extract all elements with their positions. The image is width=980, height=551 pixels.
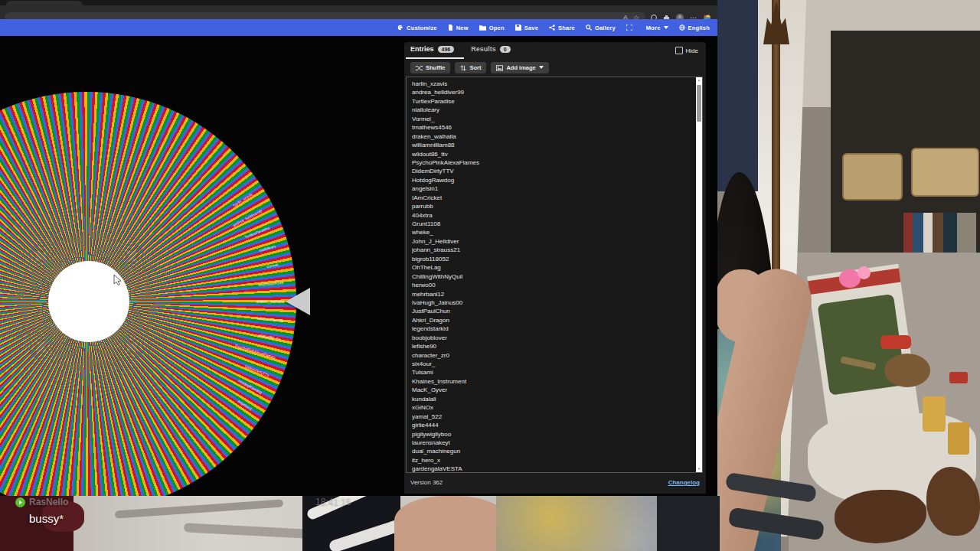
list-item[interactable]: Vormel_ <box>412 115 693 123</box>
fullscreen-icon <box>626 24 632 31</box>
gallery-label: Gallery <box>595 24 616 31</box>
list-item[interactable]: ChillingWithNyQuil <box>412 272 693 281</box>
list-item[interactable]: mehrbani12 <box>412 290 693 298</box>
sort-button[interactable]: Sort <box>455 62 486 73</box>
list-item[interactable]: yamal_522 <box>412 412 693 421</box>
new-label: New <box>456 24 469 31</box>
browser-window: A ☆ ⋯ Customize New <box>0 0 717 496</box>
entries-listbox: harlin_xzavisandrea_helldiver99TurtlexPa… <box>406 77 703 473</box>
tab-entries-label: Entries <box>410 45 434 53</box>
list-item[interactable]: MacK_Gyver <box>412 386 693 394</box>
list-item[interactable]: draken_walhalla <box>412 132 693 141</box>
list-item[interactable]: JustPaulChun <box>412 307 693 315</box>
wicker-basket <box>842 153 903 201</box>
hide-label: Hide <box>686 47 698 54</box>
list-item[interactable]: girlie4444 <box>412 421 693 429</box>
share-button[interactable]: Share <box>549 24 575 31</box>
checkbox-icon <box>675 47 683 54</box>
tab-results-label: Results <box>471 45 496 53</box>
list-item[interactable]: TurtlexParadise <box>412 97 693 106</box>
entries-scrollbar[interactable]: ▲ ▼ <box>696 77 702 472</box>
list-item[interactable]: boobjoblover <box>412 334 693 342</box>
language-button[interactable]: English <box>679 24 710 31</box>
list-item[interactable]: angelsin1 <box>412 184 693 193</box>
list-item[interactable]: pigilywigilyboo <box>412 430 693 439</box>
share-label: Share <box>558 24 575 31</box>
list-item[interactable]: xGiNOx <box>412 403 693 412</box>
share-icon <box>549 24 555 31</box>
list-item[interactable]: John_J_Helldiver <box>412 237 693 246</box>
more-button[interactable]: More <box>646 24 668 31</box>
list-item[interactable]: PsychoPinkAlexaFlames <box>412 158 693 167</box>
shuffle-button[interactable]: Shuffle <box>410 62 450 73</box>
list-item[interactable]: itz_hero_x <box>412 456 693 465</box>
active-tab-underline <box>406 57 464 59</box>
list-item[interactable]: wheke_ <box>412 228 693 236</box>
list-item[interactable]: bigrob118052 <box>412 255 693 263</box>
open-button[interactable]: Open <box>479 24 505 31</box>
list-item[interactable]: dual_machinegun <box>412 447 693 455</box>
list-item[interactable]: herwo00 <box>412 281 693 289</box>
list-item[interactable]: parrubb <box>412 202 693 210</box>
wheel[interactable] <box>0 92 296 496</box>
list-item[interactable]: Grunt1108 <box>412 220 693 228</box>
dark-graphic <box>657 496 720 551</box>
gallery-button[interactable]: Gallery <box>586 24 616 31</box>
stream-screen: A ☆ ⋯ Customize New <box>0 0 980 551</box>
makeup-item <box>880 335 911 349</box>
list-item[interactable]: legendstarkid <box>412 324 693 333</box>
open-label: Open <box>489 24 505 31</box>
list-item[interactable]: IvaHugh_Jainus00 <box>412 298 693 307</box>
shuffle-label: Shuffle <box>426 64 445 71</box>
list-item[interactable]: williamnilliam88 <box>412 141 693 149</box>
wheel-hub[interactable] <box>48 261 129 342</box>
makeup-compact <box>949 372 968 383</box>
scroll-up-icon[interactable]: ▲ <box>696 77 702 83</box>
chair-back <box>716 0 758 191</box>
list-item[interactable]: 404xtra <box>412 211 693 220</box>
shuffle-icon <box>416 65 423 71</box>
save-button[interactable]: Save <box>515 24 538 31</box>
list-item[interactable]: gardengalaVESTA <box>412 465 693 472</box>
list-item[interactable]: wildout86_ttv <box>412 150 693 158</box>
changelog-link[interactable]: Changelog <box>668 479 700 486</box>
list-item[interactable]: nialloleary <box>412 106 693 114</box>
maroon-blanket <box>42 501 84 532</box>
new-button[interactable]: New <box>448 24 469 31</box>
list-item[interactable]: DidemDirtyTTV <box>412 167 693 175</box>
language-label: English <box>688 24 710 31</box>
list-item[interactable]: harlin_xzavis <box>412 80 693 88</box>
scrollbar-thumb[interactable] <box>697 85 701 122</box>
add-image-label: Add image <box>506 64 535 71</box>
add-image-button[interactable]: Add image <box>491 62 548 73</box>
entries-panel: Entries 496 Results 0 Hide Shuffle <box>404 42 706 494</box>
list-item[interactable]: andrea_helldiver99 <box>412 88 693 96</box>
list-item[interactable]: lefishe90 <box>412 342 693 350</box>
customize-button[interactable]: Customize <box>397 24 437 31</box>
caret-down-icon <box>539 66 544 70</box>
hide-checkbox[interactable]: Hide <box>675 47 698 54</box>
wicker-basket <box>911 148 979 197</box>
entries-list[interactable]: harlin_xzavisandrea_helldiver99TurtlexPa… <box>412 80 693 472</box>
scroll-down-icon[interactable]: ▼ <box>696 466 702 472</box>
list-item[interactable]: kundalali <box>412 395 693 403</box>
list-item[interactable]: Tulsami <box>412 368 693 377</box>
list-item[interactable]: character_zr0 <box>412 351 693 360</box>
list-item[interactable]: six4our_ <box>412 360 693 368</box>
browser-tab-strip <box>0 0 717 5</box>
list-item[interactable]: tmathews4546 <box>412 123 693 132</box>
list-item[interactable]: Ahkri_Dragon <box>412 316 693 324</box>
list-item[interactable]: Khaines_Instrument <box>412 377 693 386</box>
list-item[interactable]: laurensnakeyt <box>412 439 693 447</box>
entries-count-badge: 496 <box>438 46 455 53</box>
tab-entries[interactable]: Entries 496 <box>410 45 454 56</box>
list-item[interactable]: IAmCricket <box>412 194 693 202</box>
plush-toy <box>884 354 930 387</box>
list-item[interactable]: johann_strauss21 <box>412 246 693 254</box>
panel-tabs: Entries 496 Results 0 <box>410 45 511 56</box>
caret-down-icon <box>664 26 668 30</box>
list-item[interactable]: HotdogRawdog <box>412 176 693 184</box>
list-item[interactable]: OhTheLag <box>412 263 693 272</box>
fullscreen-button[interactable] <box>626 24 635 31</box>
tab-results[interactable]: Results 0 <box>471 45 510 56</box>
